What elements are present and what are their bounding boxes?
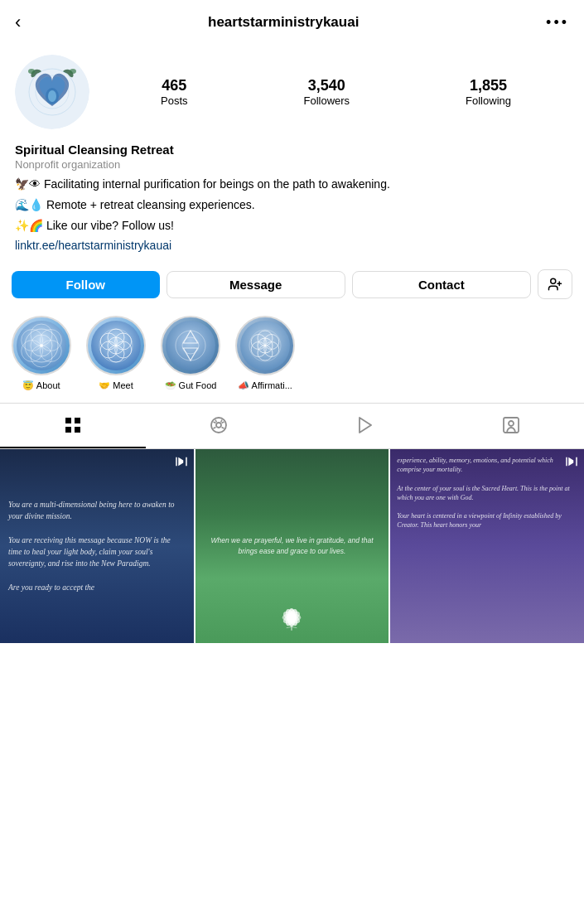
highlight-about[interactable]: 😇 About: [12, 316, 71, 391]
svg-line-65: [287, 626, 292, 627]
svg-rect-67: [566, 457, 567, 467]
play-icon: [355, 415, 375, 435]
action-buttons: Follow Message Contact: [0, 263, 584, 309]
profile-username: heartstarministrykauai: [208, 14, 359, 31]
profile-display-name: Spiritual Cleansing Retreat: [15, 143, 569, 157]
following-stat[interactable]: 1,855 Following: [466, 77, 511, 107]
tab-reels[interactable]: [146, 404, 292, 448]
tab-grid[interactable]: [0, 404, 146, 448]
add-friend-button[interactable]: [538, 269, 572, 299]
tabs-row: [0, 403, 584, 449]
reels-icon: [209, 415, 229, 435]
message-button[interactable]: Message: [167, 271, 345, 298]
highlight-gut-food-label: 🥗 Gut Food: [165, 380, 217, 391]
svg-point-47: [211, 418, 226, 433]
svg-point-2: [48, 90, 56, 102]
video-badge: [564, 454, 579, 472]
bio-section: Spiritual Cleansing Retreat Nonprofit or…: [0, 139, 584, 263]
tagged-icon: [501, 415, 521, 435]
svg-rect-43: [65, 418, 71, 423]
svg-rect-68: [576, 457, 577, 467]
post-item[interactable]: When we are prayerful, we live in gratit…: [195, 449, 389, 643]
highlights-section: 😇 About: [0, 309, 584, 403]
followers-stat[interactable]: 3,540 Followers: [303, 77, 350, 107]
stats-row: 465 Posts 3,540 Followers 1,855 Followin…: [89, 77, 569, 107]
tab-tagged[interactable]: [438, 404, 584, 448]
svg-line-66: [292, 626, 297, 627]
grid-icon: [63, 415, 83, 435]
posts-grid: You are a multi-dimensional being here t…: [0, 449, 584, 643]
svg-point-29: [166, 321, 215, 370]
svg-rect-46: [75, 427, 80, 433]
svg-point-7: [551, 278, 556, 283]
svg-point-3: [28, 69, 35, 74]
tab-videos[interactable]: [292, 404, 438, 448]
profile-top: 465 Posts 3,540 Followers 1,855 Followin…: [0, 41, 584, 139]
svg-point-19: [40, 344, 43, 347]
svg-point-55: [509, 421, 514, 426]
highlight-meet[interactable]: 🤝 Meet: [86, 316, 146, 391]
svg-rect-57: [186, 457, 187, 467]
header: ‹ heartstarministrykauai •••: [0, 0, 584, 41]
avatar[interactable]: [15, 55, 89, 129]
svg-marker-53: [360, 418, 371, 433]
highlight-affirmations-label: 📣 Affirmati...: [238, 380, 292, 391]
bio-line-2: 🌊💧 Remote + retreat cleansing experience…: [15, 196, 569, 214]
svg-rect-45: [65, 427, 71, 433]
video-badge: [174, 454, 189, 472]
bio-link[interactable]: linktr.ee/heartstarministrykauai: [15, 239, 171, 252]
more-options-button[interactable]: •••: [546, 14, 569, 31]
follow-button[interactable]: Follow: [12, 271, 160, 298]
post-item[interactable]: You are a multi-dimensional being here t…: [0, 449, 194, 643]
highlight-affirmations[interactable]: 📣 Affirmati...: [235, 316, 295, 391]
svg-point-63: [282, 613, 302, 622]
svg-rect-56: [176, 457, 177, 467]
profile-category: Nonprofit organization: [15, 158, 569, 171]
back-button[interactable]: ‹: [15, 12, 21, 33]
svg-rect-44: [75, 418, 80, 423]
highlight-gut-food[interactable]: 🥗 Gut Food: [161, 316, 220, 391]
svg-point-4: [70, 69, 76, 74]
posts-stat[interactable]: 465 Posts: [161, 77, 188, 107]
bio-line-3: ✨🌈 Like our vibe? Follow us!: [15, 217, 569, 235]
svg-rect-54: [504, 418, 519, 433]
contact-button[interactable]: Contact: [352, 271, 531, 298]
highlight-meet-label: 🤝 Meet: [99, 380, 133, 391]
svg-point-48: [216, 423, 221, 428]
post-item[interactable]: experience, ability, memory, emotions, a…: [390, 449, 584, 643]
bio-line-1: 🦅👁 Facilitating internal purification fo…: [15, 176, 569, 193]
highlight-about-label: 😇 About: [22, 380, 60, 391]
highlights-row: 😇 About: [12, 316, 572, 391]
